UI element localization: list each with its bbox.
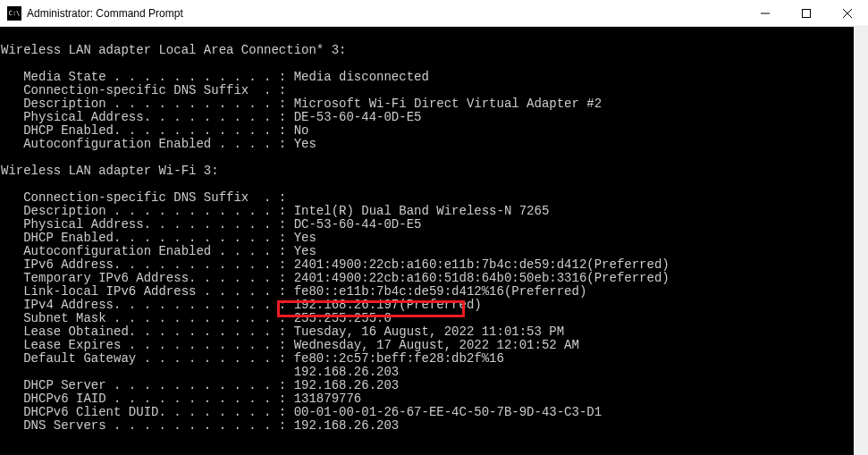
svg-rect-1 [803,10,811,18]
maximize-button[interactable] [786,0,827,27]
window-controls [745,0,868,26]
window-titlebar: C:\ Administrator: Command Prompt [0,0,868,27]
cmd-icon: C:\ [7,6,21,21]
scrollbar[interactable] [854,27,868,455]
terminal-output[interactable]: Wireless LAN adapter Local Area Connecti… [0,27,854,455]
minimize-button[interactable] [745,0,786,27]
close-button[interactable] [827,0,868,27]
window-title: Administrator: Command Prompt [27,7,745,20]
